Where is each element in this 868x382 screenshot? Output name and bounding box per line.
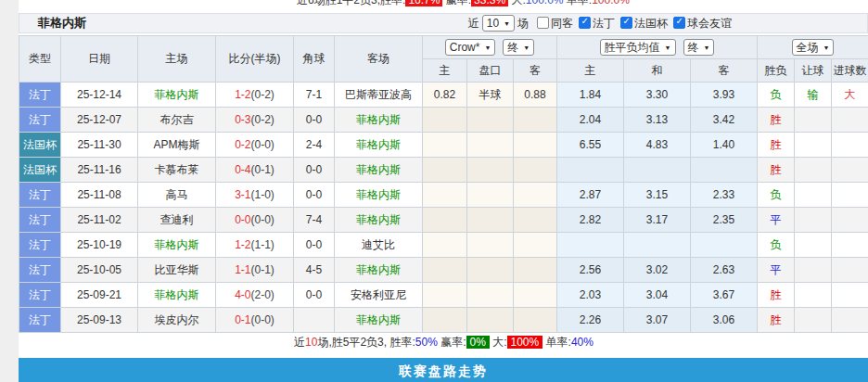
avg-home-odds-cell: 1.84 bbox=[557, 83, 624, 108]
full-time-score: 4-0 bbox=[235, 288, 250, 301]
crow-home-odds-cell bbox=[423, 208, 467, 233]
odds-source-select[interactable]: Crow* ▼ bbox=[445, 39, 496, 56]
score-cell: 0-2(0-0) bbox=[216, 133, 294, 158]
crow-handicap-cell bbox=[467, 183, 514, 208]
filter-checkbox-group: 同客法丁法国杯球会友谊 bbox=[531, 16, 732, 32]
handicap-result-cell bbox=[795, 208, 832, 233]
avg-draw-odds-cell: 3.17 bbox=[624, 208, 691, 233]
crow-away-odds-cell bbox=[514, 208, 557, 233]
filter-checkbox-2[interactable] bbox=[620, 17, 632, 29]
header-crow-handicap: 盘口 bbox=[467, 59, 514, 83]
half-time-score: (0-2) bbox=[251, 88, 274, 101]
avg-stage-select[interactable]: 终 ▼ bbox=[683, 39, 715, 56]
avg-away-odds-cell: 3.42 bbox=[691, 108, 758, 133]
header-avg-draw: 和 bbox=[624, 59, 691, 83]
crow-handicap-cell bbox=[467, 108, 514, 133]
result-cell: 胜 bbox=[758, 283, 795, 308]
match-type-cell: 法丁 bbox=[19, 108, 61, 133]
score-cell: 1-2(1-1) bbox=[216, 233, 294, 258]
half-time-score: (0-1) bbox=[251, 163, 274, 176]
avg-draw-odds-cell: 3.07 bbox=[624, 308, 691, 333]
chevron-down-icon: ▼ bbox=[523, 45, 530, 51]
goals-cell bbox=[832, 183, 868, 208]
filter-checkbox-label: 球会友谊 bbox=[687, 17, 732, 30]
match-row: 法丁25-09-21菲格内斯4-0(2-0)0-0安格利亚尼2.033.043.… bbox=[19, 283, 868, 308]
match-type-cell: 法丁 bbox=[19, 308, 61, 333]
filter-checkbox-3[interactable] bbox=[673, 17, 685, 29]
goals-cell bbox=[832, 133, 868, 158]
corner-cell: 0-0 bbox=[294, 283, 335, 308]
avg-source-select[interactable]: 胜平负均值 ▼ bbox=[600, 39, 676, 56]
crow-handicap-cell bbox=[467, 133, 514, 158]
home-team-cell: 菲格内斯 bbox=[138, 283, 216, 308]
page-left-margin bbox=[0, 0, 19, 382]
header-avg-home: 主 bbox=[557, 59, 624, 83]
home-team-cell: 布尔吉 bbox=[138, 108, 216, 133]
recent-label: 近 bbox=[468, 16, 479, 32]
summary-fragment: 赢率: bbox=[438, 336, 466, 349]
handicap-result-cell bbox=[795, 233, 832, 258]
match-date-cell: 25-10-05 bbox=[61, 258, 138, 283]
full-time-score: 1-1 bbox=[235, 263, 250, 276]
match-type-cell: 法丁 bbox=[19, 283, 61, 308]
avg-away-odds-cell bbox=[691, 158, 758, 183]
full-time-score: 0-0 bbox=[235, 213, 250, 226]
home-team-cell: APM梅斯 bbox=[138, 133, 216, 158]
away-team-cell: 菲格内斯 bbox=[335, 108, 423, 133]
recent-count-select[interactable]: 10 ▼ bbox=[482, 15, 515, 32]
home-team-cell: 菲格内斯 bbox=[138, 83, 216, 108]
crow-home-odds-cell bbox=[423, 258, 467, 283]
avg-draw-odds-cell: 4.83 bbox=[624, 133, 691, 158]
goals-cell bbox=[832, 158, 868, 183]
match-row: 法丁25-11-08高马3-1(1-0)0-0菲格内斯2.873.152.33负 bbox=[19, 183, 868, 208]
match-type-cell: 法丁 bbox=[19, 83, 61, 108]
filter-checkbox-1[interactable] bbox=[579, 17, 591, 29]
odds-stage-select[interactable]: 终 ▼ bbox=[503, 39, 534, 56]
away-team-cell: 迪艾比 bbox=[335, 233, 423, 258]
crow-handicap-cell bbox=[467, 158, 514, 183]
avg-away-odds-cell: 3.06 bbox=[691, 308, 758, 333]
match-type-cell: 法国杯 bbox=[19, 133, 61, 158]
home-team-cell: 查迪利 bbox=[138, 208, 216, 233]
match-type-cell: 法丁 bbox=[19, 233, 61, 258]
home-team-cell: 卡慕布莱 bbox=[138, 158, 216, 183]
avg-away-odds-cell: 2.35 bbox=[691, 208, 758, 233]
match-date-cell: 25-10-19 bbox=[61, 233, 138, 258]
match-row: 法丁25-09-13埃皮内尔0-1(0-0)菲格内斯2.263.073.06胜 bbox=[19, 308, 868, 333]
crow-handicap-cell bbox=[467, 233, 514, 258]
stats-fragment: 100.0% bbox=[592, 0, 630, 6]
avg-home-odds-cell: 2.56 bbox=[557, 258, 624, 283]
match-date-cell: 25-12-07 bbox=[61, 108, 138, 133]
stats-fragment: 33.3% bbox=[471, 0, 508, 6]
crow-away-odds-cell bbox=[514, 258, 557, 283]
goals-cell bbox=[832, 233, 868, 258]
corner-cell bbox=[294, 308, 335, 333]
away-team-cell: 菲格内斯 bbox=[335, 258, 423, 283]
crow-away-odds-cell bbox=[514, 283, 557, 308]
avg-away-odds-cell: 3.93 bbox=[691, 83, 758, 108]
match-date-cell: 25-09-21 bbox=[61, 283, 138, 308]
full-time-score: 1-2 bbox=[235, 238, 250, 251]
stats-fragment: 100.0% bbox=[526, 0, 564, 6]
avg-source-value: 胜平负均值 bbox=[605, 40, 660, 56]
half-time-score: (0-1) bbox=[251, 263, 274, 276]
match-date-cell: 25-11-02 bbox=[61, 208, 138, 233]
avg-home-odds-cell: 2.82 bbox=[557, 208, 624, 233]
stats-fragment: 大: bbox=[508, 0, 526, 6]
crow-away-odds-cell bbox=[514, 183, 557, 208]
scope-select[interactable]: 全场 ▼ bbox=[792, 39, 835, 56]
filter-checkbox-0[interactable] bbox=[537, 17, 549, 29]
avg-draw-odds-cell bbox=[624, 233, 691, 258]
chevron-down-icon: ▼ bbox=[704, 45, 710, 51]
filter-checkbox-label: 法国杯 bbox=[634, 17, 668, 30]
odds-stage-value: 终 bbox=[507, 40, 518, 56]
corner-cell: 2-4 bbox=[294, 133, 335, 158]
crow-handicap-cell bbox=[467, 308, 514, 333]
half-time-score: (0-0) bbox=[251, 213, 274, 226]
corner-cell: 0-0 bbox=[294, 183, 335, 208]
panel-content: 近6场胜1平2负3,胜率:16.7% 赢率:33.3% 大:100.0% 单率:… bbox=[19, 0, 868, 382]
avg-draw-odds-cell: 3.02 bbox=[624, 258, 691, 283]
avg-home-odds-cell: 2.26 bbox=[557, 308, 624, 333]
section-footer-bar: 联赛盘路走势 bbox=[19, 358, 868, 382]
avg-draw-odds-cell: 3.04 bbox=[624, 283, 691, 308]
